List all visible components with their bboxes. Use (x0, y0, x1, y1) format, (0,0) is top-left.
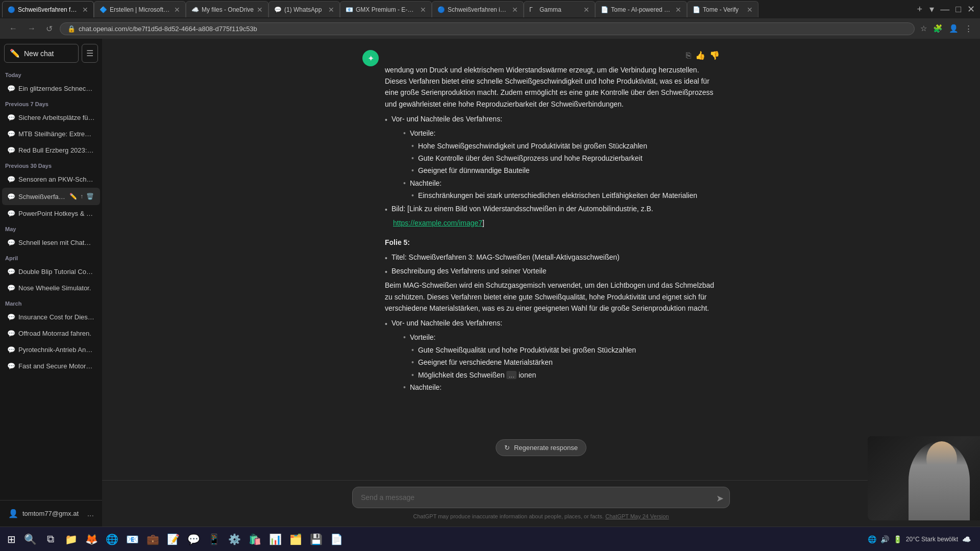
taskbar-files[interactable]: 📁 (62, 530, 80, 548)
edit-icon[interactable]: ✏️ (68, 192, 78, 201)
taskbar-teams[interactable]: 💬 (184, 530, 203, 548)
taskbar-settings[interactable]: ⚙️ (225, 530, 243, 548)
share-icon[interactable]: ↑ (79, 192, 84, 201)
new-chat-button[interactable]: ✏️ New chat (4, 44, 79, 63)
back-button[interactable]: ← (6, 23, 20, 34)
sidebar-chat-item[interactable]: 💬Schweißverfahren fü...✏️↑🗑️ (2, 188, 100, 205)
taskbar-powershell[interactable]: 💾 (307, 530, 325, 548)
browser-tab-t3[interactable]: ☁️My files - OneDrive✕ (186, 1, 268, 17)
tray-network-icon[interactable]: 🌐 (868, 535, 876, 543)
profile-icon[interactable]: 👤 (947, 22, 960, 35)
taskbar-word2[interactable]: 📄 (327, 530, 346, 548)
sidebar-section-label: March (0, 296, 102, 309)
tab-overflow-btn[interactable]: ▾ (926, 4, 937, 15)
sidebar-chat-item[interactable]: 💬Sichere Arbeitsplätze für LKW... (2, 110, 100, 126)
sidebar-chat-item[interactable]: 💬PowerPoint Hotkeys & Shortc... (2, 206, 100, 221)
browser-tab-t2[interactable]: 🔷Erstellen | Microsoft 3...✕ (94, 1, 186, 17)
sidebar-chat-item[interactable]: 💬Nose Wheelie Simulator. (2, 280, 100, 296)
tab-close-icon[interactable]: ✕ (583, 6, 590, 14)
sidebar-chat-item[interactable]: 💬Fast and Secure Motorbike Lo... (2, 358, 100, 374)
sidebar-layout-button[interactable]: ☰ (82, 44, 98, 63)
sidebar-chat-item[interactable]: 💬Double Blip Tutorial Compilati... (2, 264, 100, 280)
minimize-btn[interactable]: — (937, 4, 952, 15)
taskbar-firefox[interactable]: 🦊 (82, 530, 101, 548)
chat-label: Schweißverfahren fü... (18, 193, 65, 201)
sidebar-chat-item[interactable]: 💬Red Bull Erzberg 2023: List (2, 142, 100, 158)
close-btn[interactable]: ✕ (964, 4, 978, 15)
delete-icon[interactable]: 🗑️ (85, 192, 95, 201)
tray-battery-icon[interactable]: 🔋 (893, 535, 902, 543)
taskbar-store[interactable]: 🛍️ (246, 530, 264, 548)
tab-favicon: 🔵 (8, 6, 15, 13)
browser-tab-t4[interactable]: 💬(1) WhatsApp✕ (268, 1, 340, 17)
taskbar: ⊞ 🔍 ⧉ 📁 🦊 🌐 📧 💼 📝 💬 📱 ⚙️ 🛍️ 📊 🗂️ 💾 📄 🌐 🔊… (0, 527, 980, 551)
browser-tab-t9[interactable]: 📄Tome - Verify✕ (687, 1, 758, 17)
taskbar-word[interactable]: 📝 (164, 530, 182, 548)
chat-icon: 💬 (7, 268, 15, 276)
tab-close-icon[interactable]: ✕ (174, 6, 180, 14)
taskbar-mail[interactable]: 📧 (123, 530, 141, 548)
sidebar-chat-item[interactable]: 💬Insurance Cost for Diesel Car (2, 309, 100, 325)
image-link[interactable]: https://example.com/image7 (393, 219, 482, 227)
thumbs-down-button[interactable]: 👎 (709, 49, 720, 62)
browser-tab-t5[interactable]: 📧GMX Premium - E-M...✕ (340, 1, 432, 17)
address-bar[interactable]: 🔒 chat.openai.com/c/be7f1d5d-8d52-4664-a… (60, 22, 915, 35)
user-row[interactable]: 👤 tomtom77@gmx.at ... (4, 505, 98, 522)
sidebar-chat-item[interactable]: 💬Schnell lesen mit ChatGPT (2, 235, 100, 251)
tab-close-icon[interactable]: ✕ (512, 6, 518, 14)
person-body (909, 441, 970, 520)
taskbar-outlook[interactable]: 💼 (143, 530, 162, 548)
maximize-btn[interactable]: □ (952, 4, 964, 15)
vorteile-label: • Vorteile: (403, 128, 720, 139)
vorteile-label-2: • Vorteile: (403, 332, 720, 343)
sidebar-chat-item[interactable]: 💬Sensoren an PKW-Scheiben (2, 171, 100, 187)
tab-close-icon[interactable]: ✕ (257, 6, 263, 14)
sidebar-chat-item[interactable]: 💬Ein glitzerndes Schnecken-Ab... (2, 81, 100, 96)
regenerate-label: Regenerate response (514, 444, 578, 452)
sidebar-chat-item[interactable]: 💬Offroad Motorrad fahren. (2, 325, 100, 341)
disclaimer-link[interactable]: ChatGPT May 24 Version (605, 513, 669, 519)
tab-close-icon[interactable]: ✕ (747, 6, 753, 14)
tab-label: Erstellen | Microsoft 3... (110, 6, 171, 13)
taskbar-whatsapp[interactable]: 📱 (205, 530, 223, 548)
vorteil-2-1: • Gute Schweißqualität und hohe Produkti… (411, 344, 720, 356)
regenerate-button[interactable]: ↻ Regenerate response (496, 439, 586, 456)
forward-button[interactable]: → (24, 23, 39, 34)
tab-favicon: 📄 (693, 6, 700, 13)
extension-icon[interactable]: 🧩 (932, 22, 944, 35)
tab-close-icon[interactable]: ✕ (675, 6, 681, 14)
vorteil-3: • Geeignet für dünnwandige Bauteile (411, 165, 720, 176)
thumbs-up-button[interactable]: 👍 (695, 49, 705, 62)
send-button[interactable]: ➤ (716, 493, 724, 504)
taskbar-explorer[interactable]: 🗂️ (286, 530, 305, 548)
copy-button[interactable]: ⎘ (686, 49, 691, 62)
chat-input[interactable] (352, 487, 730, 508)
tab-close-icon[interactable]: ✕ (420, 6, 426, 14)
nachteile-label: • Nachteile: (403, 178, 720, 189)
browser-tab-t7[interactable]: ΓGamma✕ (524, 1, 595, 17)
start-button[interactable]: ⊞ (4, 530, 19, 548)
tab-favicon: Γ (529, 6, 536, 13)
chat-label: Red Bull Erzberg 2023: List (18, 146, 95, 154)
settings-icon[interactable]: ⋮ (963, 22, 974, 35)
browser-tab-t6[interactable]: 🔵Schweißverfahren in ...✕ (432, 1, 524, 17)
bookmark-star-icon[interactable]: ☆ (919, 22, 928, 35)
tray-sound-icon[interactable]: 🔊 (880, 535, 889, 543)
tab-label: (1) WhatsApp (284, 6, 325, 13)
browser-chrome: 🔵Schweißverfahren fü...✕🔷Erstellen | Mic… (0, 0, 980, 39)
tab-close-icon[interactable]: ✕ (82, 6, 88, 14)
taskbar-chrome[interactable]: 🌐 (103, 530, 121, 548)
new-tab-button[interactable]: + (913, 4, 927, 15)
reload-button[interactable]: ↺ (43, 23, 56, 35)
chat-icon: 💬 (7, 284, 15, 292)
bullet-beschreibung: • Beschreibung des Verfahrens und seiner… (385, 266, 720, 278)
tab-close-icon[interactable]: ✕ (328, 6, 334, 14)
browser-tab-t1[interactable]: 🔵Schweißverfahren fü...✕ (2, 1, 94, 17)
user-more-button[interactable]: ... (87, 509, 94, 518)
sidebar-chat-item[interactable]: 💬MTB Steilhänge: Extreme Fah... (2, 126, 100, 142)
taskbar-excel[interactable]: 📊 (266, 530, 284, 548)
taskbar-search[interactable]: 🔍 (21, 530, 39, 548)
taskbar-taskview[interactable]: ⧉ (41, 530, 60, 548)
browser-tab-t8[interactable]: 📄Tome - AI-powered s...✕ (595, 1, 687, 17)
sidebar-chat-item[interactable]: 💬Pyrotechnik-Antrieb Anwend... (2, 342, 100, 358)
